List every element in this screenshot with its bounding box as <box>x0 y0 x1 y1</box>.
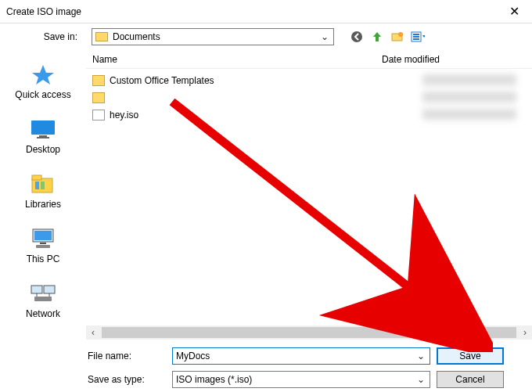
up-icon[interactable] <box>370 30 384 44</box>
window-title: Create ISO image <box>6 6 496 17</box>
date-modified <box>422 92 516 102</box>
save-as-type-dropdown[interactable]: ISO images (*.iso) ⌄ <box>172 371 430 388</box>
file-name-label: File name: <box>9 351 166 361</box>
svg-rect-4 <box>413 34 419 35</box>
svg-rect-12 <box>35 182 39 189</box>
date-modified <box>422 74 516 85</box>
svg-rect-17 <box>36 245 50 248</box>
svg-rect-11 <box>32 175 41 180</box>
sidebar-label: This PC <box>27 254 60 264</box>
svg-point-0 <box>351 31 362 42</box>
list-item[interactable] <box>86 89 532 106</box>
save-in-value: Documents <box>113 31 319 42</box>
sidebar-label: Network <box>26 308 60 319</box>
scroll-right-icon[interactable]: › <box>518 325 532 340</box>
libraries-icon <box>29 172 57 196</box>
svg-rect-13 <box>41 182 45 189</box>
sidebar-label: Quick access <box>15 89 70 100</box>
sidebar-label: Desktop <box>26 144 60 155</box>
new-folder-icon[interactable] <box>390 30 404 44</box>
chevron-down-icon: ⌄ <box>319 31 330 42</box>
save-as-type-label: Save as type: <box>9 374 166 385</box>
file-list-panel: Name Date modified Custom Office Templat… <box>86 50 532 340</box>
cancel-button[interactable]: Cancel <box>437 371 504 388</box>
file-name: hey.iso <box>110 110 138 120</box>
back-icon[interactable] <box>350 30 364 44</box>
folder-icon <box>92 75 105 86</box>
list-item[interactable]: Custom Office Templates <box>86 72 532 89</box>
sidebar-item-this-pc[interactable]: This PC <box>27 227 60 264</box>
sidebar-item-network[interactable]: Network <box>26 282 60 319</box>
bottom-form: File name: ⌄ Save Save as type: ISO imag… <box>0 340 532 392</box>
chevron-down-icon[interactable]: ⌄ <box>415 374 426 385</box>
sidebar-label: Libraries <box>25 199 61 210</box>
this-pc-icon <box>29 227 57 250</box>
scroll-left-icon[interactable]: ‹ <box>86 325 100 340</box>
view-menu-icon[interactable] <box>411 30 425 44</box>
svg-point-2 <box>398 32 403 37</box>
folder-icon <box>95 32 108 41</box>
save-as-type-value: ISO images (*.iso) <box>176 374 415 385</box>
svg-rect-9 <box>37 137 49 138</box>
save-button[interactable]: Save <box>437 347 504 365</box>
svg-rect-15 <box>34 231 52 240</box>
sidebar-item-desktop[interactable]: Desktop <box>26 117 60 155</box>
title-bar: Create ISO image ✕ <box>0 0 532 23</box>
column-headers: Name Date modified <box>86 50 532 69</box>
file-name-input[interactable] <box>176 351 415 361</box>
iso-file-icon <box>92 110 105 120</box>
scroll-track[interactable] <box>102 327 516 338</box>
svg-rect-19 <box>44 286 55 293</box>
quick-access-icon <box>29 63 57 86</box>
close-button[interactable]: ✕ <box>496 0 532 23</box>
svg-rect-18 <box>31 286 42 293</box>
svg-rect-20 <box>34 297 52 301</box>
sidebar-item-libraries[interactable]: Libraries <box>25 172 61 210</box>
svg-rect-7 <box>31 120 55 135</box>
location-bar: Save in: Documents ⌄ <box>0 23 532 50</box>
network-icon <box>29 282 57 305</box>
save-in-dropdown[interactable]: Documents ⌄ <box>92 28 334 45</box>
list-item[interactable]: hey.iso <box>86 106 532 124</box>
file-name: Custom Office Templates <box>110 75 214 86</box>
places-sidebar: Quick access Desktop Libraries This PC N… <box>0 50 86 340</box>
date-modified <box>422 109 516 120</box>
svg-rect-8 <box>39 135 47 137</box>
file-name-field[interactable]: ⌄ <box>172 347 430 365</box>
horizontal-scrollbar[interactable]: ‹ › <box>86 325 532 340</box>
sidebar-item-quick-access[interactable]: Quick access <box>15 63 70 100</box>
desktop-icon <box>29 117 57 141</box>
svg-rect-6 <box>413 38 419 40</box>
file-list[interactable]: Custom Office Templates hey.iso <box>86 69 532 325</box>
chevron-down-icon[interactable]: ⌄ <box>415 351 426 361</box>
column-date-modified[interactable]: Date modified <box>376 54 532 65</box>
folder-icon <box>92 92 105 103</box>
column-name[interactable]: Name <box>86 54 376 65</box>
save-in-label: Save in: <box>9 31 84 42</box>
svg-rect-5 <box>413 36 419 38</box>
svg-rect-16 <box>40 243 46 244</box>
